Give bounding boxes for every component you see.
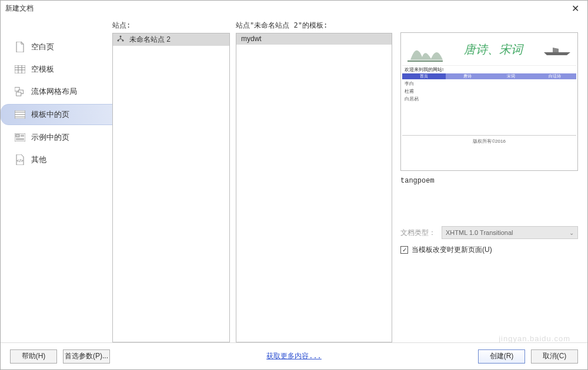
preview-poet: 李白 xyxy=(405,80,574,88)
dialog-body: 空白页 空模板 流体网格布局 模板中的页 示例中的页 </> 其他 xyxy=(1,16,587,342)
site-label: 未命名站点 2 xyxy=(129,35,171,45)
template-label: mydwt xyxy=(241,35,262,43)
templates-heading: 站点"未命名站点 2"的模板: xyxy=(236,21,392,31)
sidebar-item-label: 空白页 xyxy=(31,42,54,52)
svg-rect-7 xyxy=(16,92,21,96)
sidebar-item-label: 其他 xyxy=(31,154,46,165)
site-icon xyxy=(116,35,125,44)
sidebar-item-blank-template[interactable]: 空模板 xyxy=(1,59,112,79)
sites-column: 站点: 未命名站点 2 xyxy=(112,21,230,342)
sidebar-item-page-from-template[interactable]: 模板中的页 xyxy=(1,104,112,125)
preview-nav-item: 首页 xyxy=(402,73,446,79)
preview-title: 唐诗、宋词 xyxy=(446,42,541,58)
dialog-title: 新建文档 xyxy=(5,4,568,14)
sidebar-item-blank-page[interactable]: 空白页 xyxy=(1,37,112,57)
checkbox-icon[interactable]: ✓ xyxy=(400,246,408,254)
preview-footer: 版权所有©2016 xyxy=(402,135,576,147)
svg-rect-0 xyxy=(15,65,25,73)
sites-heading: 站点: xyxy=(112,21,230,31)
svg-text:</>: </> xyxy=(16,158,24,163)
sidebar-item-other[interactable]: </> 其他 xyxy=(1,150,112,170)
preview-welcome: 欢迎来到我的网站! xyxy=(402,66,576,73)
sample-page-icon xyxy=(15,132,25,143)
titlebar: 新建文档 ✕ xyxy=(1,1,587,16)
preview-ink-art xyxy=(402,36,446,63)
preview-nav-item: 唐诗 xyxy=(446,73,489,79)
templates-listbox[interactable]: mydwt xyxy=(236,33,392,342)
grid-icon xyxy=(15,64,25,75)
sidebar-item-page-from-sample[interactable]: 示例中的页 xyxy=(1,127,112,147)
preferences-button[interactable]: 首选参数(P)... xyxy=(63,349,110,364)
templates-column: 站点"未命名站点 2"的模板: mydwt xyxy=(236,21,392,342)
preview-poet-list: 李白 杜甫 白居易 xyxy=(402,79,576,104)
doc-type-label: 文档类型： xyxy=(400,228,436,238)
preview-nav-item: 宋词 xyxy=(489,73,533,79)
create-button[interactable]: 创建(R) xyxy=(478,349,525,364)
svg-rect-13 xyxy=(16,134,19,137)
right-column: 唐诗、宋词 欢迎来到我的网站! 首页 唐诗 宋词 白话诗 李白 杜甫 白居易 版… xyxy=(400,21,578,342)
boat-icon xyxy=(541,44,576,56)
preview-poet: 杜甫 xyxy=(405,88,574,96)
preview-nav-item: 白话诗 xyxy=(533,73,576,79)
template-row[interactable]: mydwt xyxy=(236,33,392,45)
sidebar-item-label: 流体网格布局 xyxy=(31,86,77,97)
doc-type-value: XHTML 1.0 Transitional xyxy=(446,229,513,236)
fluid-grid-icon xyxy=(15,86,25,97)
page-icon xyxy=(15,42,25,52)
sidebar: 空白页 空模板 流体网格布局 模板中的页 示例中的页 </> 其他 xyxy=(1,21,112,342)
preview-nav: 首页 唐诗 宋词 白话诗 xyxy=(402,73,576,79)
dialog-footer: 帮助(H) 首选参数(P)... 获取更多内容... 创建(R) 取消(C) xyxy=(1,342,587,369)
sidebar-item-label: 示例中的页 xyxy=(31,132,69,143)
template-preview: 唐诗、宋词 欢迎来到我的网站! 首页 唐诗 宋词 白话诗 李白 杜甫 白居易 版… xyxy=(400,32,578,171)
new-document-dialog: 新建文档 ✕ 空白页 空模板 流体网格布局 模板中的页 示例 xyxy=(0,0,588,370)
close-icon[interactable]: ✕ xyxy=(568,3,583,14)
code-icon: </> xyxy=(15,154,25,165)
doc-type-row: 文档类型： XHTML 1.0 Transitional ⌄ xyxy=(400,226,578,239)
sidebar-item-fluid-grid[interactable]: 流体网格布局 xyxy=(1,82,112,102)
sidebar-item-label: 空模板 xyxy=(31,64,54,75)
preview-poet: 白居易 xyxy=(405,96,574,103)
sites-listbox[interactable]: 未命名站点 2 xyxy=(112,33,230,342)
doc-type-select[interactable]: XHTML 1.0 Transitional ⌄ xyxy=(442,226,578,239)
update-on-change-row[interactable]: ✓ 当模板改变时更新页面(U) xyxy=(400,245,578,255)
preview-name: tangpoem xyxy=(400,177,578,185)
footer-center: 获取更多内容... xyxy=(116,351,472,361)
cancel-button[interactable]: 取消(C) xyxy=(531,349,578,364)
help-button[interactable]: 帮助(H) xyxy=(10,349,57,364)
site-row[interactable]: 未命名站点 2 xyxy=(113,33,229,46)
get-more-link[interactable]: 获取更多内容... xyxy=(266,352,322,360)
preview-banner: 唐诗、宋词 xyxy=(402,34,576,66)
template-page-icon xyxy=(15,109,25,120)
chevron-down-icon: ⌄ xyxy=(569,230,574,236)
sidebar-item-label: 模板中的页 xyxy=(31,109,69,120)
update-checkbox-label: 当模板改变时更新页面(U) xyxy=(412,245,492,255)
